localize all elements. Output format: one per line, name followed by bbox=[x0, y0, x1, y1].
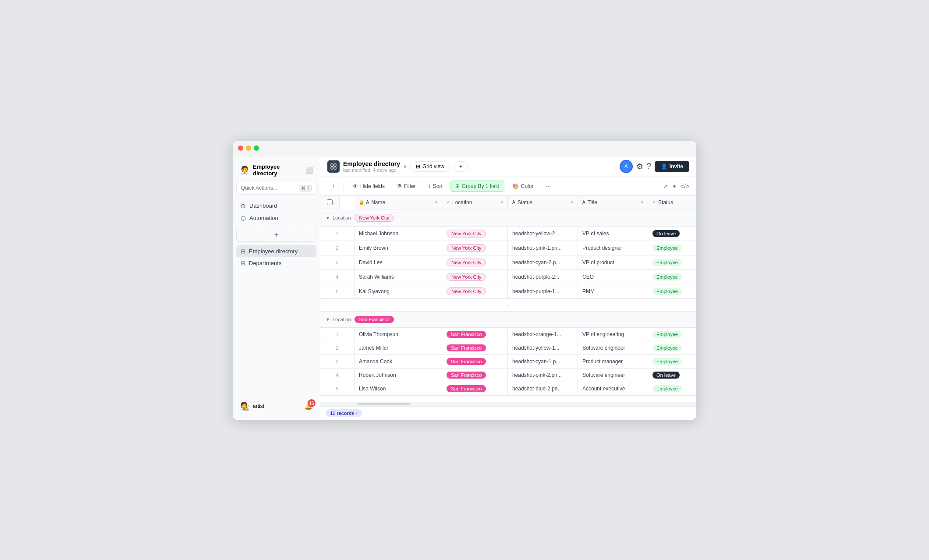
sidebar-toggle[interactable]: ⬜ bbox=[305, 167, 313, 174]
cell-location[interactable]: New York City bbox=[442, 269, 508, 284]
row-number: 5 bbox=[320, 382, 355, 395]
table-row[interactable]: 2Emily BrownNew York Cityheadshot-pink-1… bbox=[320, 241, 696, 255]
col-status[interactable]: A Status ▾ bbox=[508, 196, 578, 209]
status-badge: Employee bbox=[652, 288, 682, 295]
collapse-icon[interactable]: ‹ bbox=[356, 411, 358, 415]
location-tag: San Francisco bbox=[447, 358, 486, 365]
filter-button[interactable]: ⚗ Filter bbox=[393, 181, 420, 191]
cell-name[interactable]: Sarah Williams bbox=[355, 269, 442, 284]
color-button[interactable]: 🎨 Color bbox=[508, 181, 538, 191]
last-modified: last modified: 4 days ago bbox=[343, 167, 400, 173]
cell-location[interactable]: New York City bbox=[442, 241, 508, 255]
group-icon: ⊞ bbox=[455, 183, 460, 189]
cell-name[interactable]: Michael Johnson bbox=[355, 226, 442, 241]
checkbox-select-all[interactable] bbox=[327, 199, 333, 205]
add-table-button[interactable]: + bbox=[236, 228, 316, 242]
add-view-button[interactable]: + bbox=[454, 161, 468, 172]
group-by-button[interactable]: ⊞ Group By 1 field bbox=[450, 181, 504, 192]
col-location[interactable]: ✓ Location ▾ bbox=[442, 196, 508, 209]
hide-fields-button[interactable]: 👁 Hide fields bbox=[348, 181, 389, 191]
cell-location[interactable]: New York City bbox=[442, 284, 508, 298]
quick-actions-button[interactable]: Quick Actions... ⌘ K bbox=[236, 182, 316, 195]
records-count[interactable]: 11 records ‹ bbox=[326, 409, 362, 417]
sidebar-item-employee-directory[interactable]: ⊞ Employee directory bbox=[236, 245, 316, 257]
cell-name[interactable]: James Miller bbox=[355, 341, 442, 354]
col-status-sort[interactable]: ▾ bbox=[571, 200, 573, 205]
formula-icon[interactable]: ✦ bbox=[672, 183, 677, 190]
cell-title: Product designer bbox=[578, 241, 648, 255]
add-row-button[interactable]: + bbox=[320, 298, 696, 311]
table-row[interactable]: 5Kai SiyavongNew York Cityheadshot-purpl… bbox=[320, 284, 696, 298]
sidebar-item-dashboard[interactable]: ⊙ Dashboard bbox=[236, 200, 316, 212]
location-tag: New York City bbox=[447, 273, 486, 281]
check-circle-icon-status2: ✓ bbox=[652, 200, 656, 205]
cell-name[interactable]: Amanda Cook bbox=[355, 354, 442, 368]
user-avatar[interactable]: A bbox=[620, 160, 633, 173]
row-number: 2 bbox=[320, 241, 355, 255]
col-location-sort[interactable]: ▾ bbox=[501, 200, 503, 205]
help-icon[interactable]: ? bbox=[647, 162, 651, 171]
cell-location[interactable]: New York City bbox=[442, 255, 508, 269]
cell-name[interactable]: Robert Johnson bbox=[355, 368, 442, 382]
invite-button[interactable]: 👤 Invite bbox=[655, 161, 689, 172]
table-row[interactable]: 1Michael JohnsonNew York Cityheadshot-ye… bbox=[320, 226, 696, 241]
cell-headshot: headshot-pink-2.pn... bbox=[508, 368, 578, 382]
expand-icon[interactable]: ↗ bbox=[663, 183, 668, 190]
add-row-button[interactable]: + bbox=[320, 395, 696, 402]
grid-icon: ⊞ bbox=[416, 163, 420, 170]
group-collapse-icon[interactable]: ▾ bbox=[326, 215, 329, 221]
cell-title: VP of product bbox=[578, 255, 648, 269]
cell-name[interactable]: Kai Siyavong bbox=[355, 284, 442, 298]
invite-icon: 👤 bbox=[661, 163, 667, 170]
grid-view-button[interactable]: ⊞ Grid view bbox=[410, 161, 450, 172]
cell-title: Software engineer bbox=[578, 341, 648, 354]
notifications-button[interactable]: 🔔 16 bbox=[304, 402, 313, 410]
cell-location[interactable]: New York City bbox=[442, 226, 508, 241]
col-title[interactable]: A Title ▾ bbox=[578, 196, 648, 209]
add-row-button[interactable]: + bbox=[327, 181, 339, 191]
table-row[interactable]: 1Olivia ThompsonSan Franciscoheadshot-or… bbox=[320, 327, 696, 341]
table-row[interactable]: 3David LeeNew York Cityheadshot-cyan-2.p… bbox=[320, 255, 696, 269]
lock-icon: 🔒 bbox=[359, 200, 364, 205]
table-row[interactable]: 2James MillerSan Franciscoheadshot-yello… bbox=[320, 341, 696, 354]
col-title-sort[interactable]: ▾ bbox=[641, 200, 643, 205]
cell-status-badge: Employee bbox=[648, 284, 696, 298]
svg-rect-2 bbox=[331, 167, 333, 169]
select-all-checkbox[interactable] bbox=[320, 196, 340, 209]
cell-location[interactable]: San Francisco bbox=[442, 341, 508, 354]
cell-location[interactable]: San Francisco bbox=[442, 354, 508, 368]
cell-headshot: headshot-cyan-1.p... bbox=[508, 354, 578, 368]
cell-location[interactable]: San Francisco bbox=[442, 327, 508, 341]
bottom-bar: 11 records ‹ bbox=[320, 406, 696, 420]
location-tag: San Francisco bbox=[447, 331, 486, 338]
cell-status-badge: Employee bbox=[648, 327, 696, 341]
sort-button[interactable]: ↕ Sort bbox=[424, 181, 447, 191]
cell-location[interactable]: San Francisco bbox=[442, 382, 508, 395]
cell-name[interactable]: Olivia Thompson bbox=[355, 327, 442, 341]
col-name-sort[interactable]: ▾ bbox=[435, 200, 437, 205]
table-row[interactable]: 4Sarah WilliamsNew York Cityheadshot-pur… bbox=[320, 269, 696, 284]
table-row[interactable]: 3Amanda CookSan Franciscoheadshot-cyan-1… bbox=[320, 354, 696, 368]
settings-icon[interactable]: ⚙ bbox=[636, 162, 643, 171]
location-tag: New York City bbox=[447, 287, 486, 295]
group-collapse-icon[interactable]: ▾ bbox=[326, 316, 329, 323]
table-row[interactable]: 5Lisa WilsonSan Franciscoheadshot-blue-2… bbox=[320, 382, 696, 395]
cell-title: PMM bbox=[578, 284, 648, 298]
cell-name[interactable]: Emily Brown bbox=[355, 241, 442, 255]
cell-name[interactable]: Lisa Wilson bbox=[355, 382, 442, 395]
automation-icon: ⬡ bbox=[241, 215, 246, 222]
cell-title: VP of engineering bbox=[578, 327, 648, 341]
cell-headshot: headshot-purple-1... bbox=[508, 284, 578, 298]
col-name[interactable]: 🔒 A Name ▾ bbox=[355, 196, 442, 209]
code-icon[interactable]: </> bbox=[681, 183, 689, 190]
col-status2[interactable]: ✓ Status bbox=[648, 196, 696, 209]
cell-location[interactable]: San Francisco bbox=[442, 368, 508, 382]
sidebar-item-departments[interactable]: ⊞ Departments bbox=[236, 257, 316, 269]
table-row[interactable]: 4Robert JohnsonSan Franciscoheadshot-pin… bbox=[320, 368, 696, 382]
sidebar-item-automation[interactable]: ⬡ Automation bbox=[236, 212, 316, 224]
user-info: 🧑‍🎨 artist bbox=[240, 401, 264, 411]
title-dropdown-icon[interactable]: ▾ bbox=[404, 163, 407, 170]
more-options-button[interactable]: ⋯ bbox=[541, 181, 555, 191]
status-badge: Employee bbox=[652, 273, 682, 280]
cell-name[interactable]: David Lee bbox=[355, 255, 442, 269]
